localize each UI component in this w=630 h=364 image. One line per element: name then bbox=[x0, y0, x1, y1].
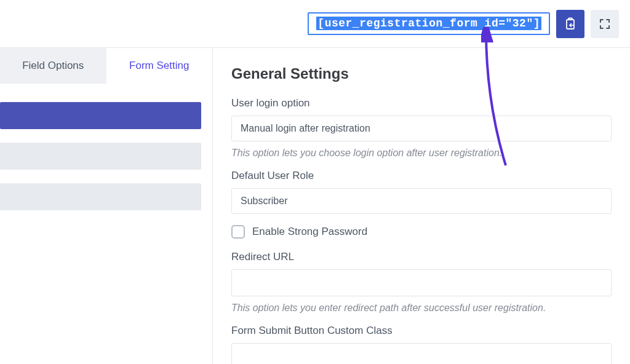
select-value: Manual login after registration bbox=[241, 123, 370, 133]
field-hint: This option lets you enter redirect path… bbox=[231, 303, 612, 314]
strong-password-checkbox[interactable] bbox=[231, 225, 245, 239]
copy-shortcode-button[interactable] bbox=[556, 10, 584, 38]
field-strong-password: Enable Strong Password bbox=[231, 225, 612, 239]
sidebar-tabs: Field Options Form Setting bbox=[0, 48, 212, 84]
field-label: Default User Role bbox=[231, 170, 612, 182]
checkbox-label: Enable Strong Password bbox=[252, 226, 367, 238]
sidebar-item[interactable] bbox=[0, 143, 201, 170]
submit-button-class-input[interactable] bbox=[231, 343, 612, 364]
clipboard-icon bbox=[564, 17, 576, 31]
sidebar: Field Options Form Setting bbox=[0, 48, 212, 364]
field-default-user-role: Default User Role Subscriber bbox=[231, 170, 612, 214]
shortcode-display[interactable]: [user_registration_form id="32"] bbox=[308, 12, 550, 35]
layout: Field Options Form Setting General Setti… bbox=[0, 48, 630, 364]
tab-label: Form Setting bbox=[129, 60, 189, 72]
field-submit-button-class: Form Submit Button Custom Class bbox=[231, 325, 612, 364]
tab-field-options[interactable]: Field Options bbox=[0, 48, 106, 84]
shortcode-text: [user_registration_form id="32"] bbox=[316, 17, 541, 30]
topbar: [user_registration_form id="32"] bbox=[0, 0, 630, 48]
expand-icon bbox=[598, 17, 612, 31]
field-label: User login option bbox=[231, 97, 612, 109]
page-title: General Settings bbox=[231, 65, 612, 82]
field-user-login-option: User login option Manual login after reg… bbox=[231, 97, 612, 159]
default-user-role-select[interactable]: Subscriber bbox=[231, 188, 612, 214]
field-redirect-url: Redirect URL This option lets you enter … bbox=[231, 251, 612, 314]
field-label: Form Submit Button Custom Class bbox=[231, 325, 612, 337]
tab-label: Field Options bbox=[22, 60, 84, 72]
field-hint: This option lets you choose login option… bbox=[231, 148, 612, 159]
tab-form-setting[interactable]: Form Setting bbox=[106, 48, 213, 84]
main-panel: General Settings User login option Manua… bbox=[212, 48, 630, 364]
expand-button[interactable] bbox=[591, 10, 619, 38]
field-label: Redirect URL bbox=[231, 251, 612, 263]
redirect-url-input[interactable] bbox=[231, 269, 612, 296]
user-login-option-select[interactable]: Manual login after registration bbox=[231, 116, 612, 141]
sidebar-item[interactable] bbox=[0, 102, 201, 129]
sidebar-items bbox=[0, 102, 212, 210]
select-value: Subscriber bbox=[241, 196, 287, 206]
sidebar-item[interactable] bbox=[0, 183, 201, 210]
